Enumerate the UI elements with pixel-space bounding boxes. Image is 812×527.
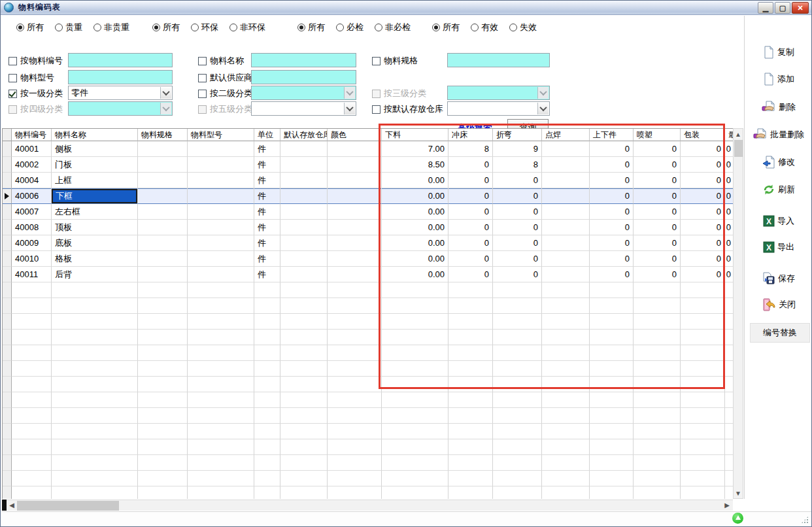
radio-environment-非环保[interactable]: 非环保 bbox=[229, 22, 265, 33]
cell-40007-4[interactable] bbox=[188, 204, 254, 220]
cell-40009-15[interactable]: 0 bbox=[725, 235, 733, 251]
cell-40011-2[interactable]: 后背 bbox=[52, 267, 138, 282]
toolbar-button-export[interactable]: X导出 bbox=[745, 239, 812, 255]
table-row-40008[interactable]: 40008顶板件0.00000000 bbox=[3, 220, 733, 235]
filter-input-material-model[interactable] bbox=[68, 70, 173, 84]
cell-40008-1[interactable]: 40008 bbox=[12, 220, 52, 235]
cell-40011-13[interactable]: 0 bbox=[634, 267, 681, 282]
material-table[interactable]: 物料编号物料名称物料规格物料型号单位默认存放仓库颜色下料冲床折弯点焊上下件喷塑包… bbox=[2, 128, 733, 499]
horizontal-scroll-thumb[interactable] bbox=[17, 501, 119, 511]
cell-40010-11[interactable] bbox=[542, 251, 590, 267]
filter-checkbox-material-model[interactable]: 物料型号 bbox=[8, 72, 54, 84]
cell-40010-14[interactable]: 0 bbox=[681, 251, 725, 267]
cell-40001-1[interactable]: 40001 bbox=[12, 141, 52, 157]
filter-input-material-code[interactable] bbox=[71, 54, 172, 67]
cell-40008-3[interactable] bbox=[138, 220, 188, 235]
cell-40007-15[interactable]: 0 bbox=[725, 204, 733, 220]
table-row-40007[interactable]: 40007左右框件0.00000000 bbox=[3, 204, 733, 220]
cell-40008-7[interactable] bbox=[328, 220, 382, 235]
row-gutter[interactable] bbox=[3, 235, 12, 251]
filter-input-material-code[interactable] bbox=[68, 53, 173, 67]
radio-circle-icon[interactable] bbox=[297, 24, 305, 31]
radio-environment-所有[interactable]: 所有 bbox=[152, 22, 180, 33]
cell-40002-8[interactable]: 8.50 bbox=[382, 157, 448, 173]
cell-40001-2[interactable]: 侧板 bbox=[52, 141, 138, 157]
radio-inspection-必检[interactable]: 必检 bbox=[336, 22, 364, 33]
empty-row[interactable] bbox=[3, 377, 733, 392]
cell-40010-2[interactable]: 格板 bbox=[52, 251, 138, 267]
cell-40010-10[interactable]: 0 bbox=[493, 251, 542, 267]
cell-40011-12[interactable]: 0 bbox=[590, 267, 634, 282]
checkbox-icon[interactable] bbox=[372, 105, 381, 114]
chevron-down-icon[interactable] bbox=[160, 103, 171, 114]
filter-checkbox-material-name[interactable]: 物料名称 bbox=[198, 55, 244, 67]
cell-40002-9[interactable]: 0 bbox=[448, 157, 493, 173]
cell-40002-14[interactable]: 0 bbox=[681, 157, 725, 173]
cell-40010-3[interactable] bbox=[138, 251, 188, 267]
column-header-10[interactable]: 折弯 bbox=[493, 129, 542, 141]
cell-40011-6[interactable] bbox=[280, 267, 328, 282]
radio-circle-icon[interactable] bbox=[229, 24, 237, 31]
toolbar-button-batch-delete[interactable]: 批量删除 bbox=[745, 127, 812, 143]
cell-40007-14[interactable]: 0 bbox=[681, 204, 725, 220]
cell-40009-11[interactable] bbox=[542, 235, 590, 251]
column-header-14[interactable]: 包装 bbox=[681, 129, 725, 141]
cell-40011-1[interactable]: 40011 bbox=[12, 267, 52, 282]
cell-40008-15[interactable]: 0 bbox=[725, 220, 733, 235]
cell-40009-3[interactable] bbox=[138, 235, 188, 251]
filter-checkbox-category-4[interactable]: 按四级分类 bbox=[8, 103, 63, 115]
row-gutter[interactable] bbox=[3, 141, 12, 157]
cell-40008-2[interactable]: 顶板 bbox=[52, 220, 138, 235]
checkbox-icon[interactable] bbox=[372, 57, 381, 65]
table-row-40004[interactable]: 40004上框件0.00000000 bbox=[3, 173, 733, 188]
toolbar-button-import[interactable]: X导入 bbox=[745, 213, 812, 229]
cell-40010-15[interactable]: 0 bbox=[725, 251, 733, 267]
cell-40011-7[interactable] bbox=[328, 267, 382, 282]
column-header-12[interactable]: 上下件 bbox=[590, 129, 634, 141]
chevron-down-icon[interactable] bbox=[344, 87, 355, 99]
column-header-3[interactable]: 物料规格 bbox=[138, 129, 188, 141]
filter-checkbox-default-warehouse[interactable]: 按默认存放仓库 bbox=[372, 103, 443, 115]
radio-circle-icon[interactable] bbox=[191, 24, 199, 31]
cell-40009-10[interactable]: 0 bbox=[493, 235, 542, 251]
table-row-40009[interactable]: 40009底板件0.00000000 bbox=[3, 235, 733, 251]
column-header-6[interactable]: 默认存放仓库 bbox=[280, 129, 328, 141]
empty-row[interactable] bbox=[3, 345, 733, 361]
cell-40009-6[interactable] bbox=[280, 235, 328, 251]
toolbar-button-refresh[interactable]: 刷新 bbox=[745, 182, 812, 197]
cell-40001-11[interactable] bbox=[542, 141, 590, 157]
cell-40007-1[interactable]: 40007 bbox=[12, 204, 52, 220]
cell-40007-3[interactable] bbox=[138, 204, 188, 220]
cell-40011-3[interactable] bbox=[138, 267, 188, 282]
checkbox-icon[interactable] bbox=[198, 57, 207, 65]
cell-40004-3[interactable] bbox=[138, 173, 188, 188]
column-header-9[interactable]: 冲床 bbox=[448, 129, 493, 141]
cell-40006-3[interactable] bbox=[138, 188, 188, 204]
filter-input-default-supplier[interactable] bbox=[254, 71, 356, 84]
row-gutter[interactable] bbox=[3, 267, 12, 282]
cell-40007-5[interactable]: 件 bbox=[254, 204, 280, 220]
filter-input-material-name[interactable] bbox=[251, 53, 356, 67]
cell-40010-5[interactable]: 件 bbox=[254, 251, 280, 267]
cell-40004-8[interactable]: 0.00 bbox=[382, 173, 448, 188]
maximize-button[interactable]: ▢ bbox=[775, 2, 790, 14]
cell-40004-4[interactable] bbox=[188, 173, 254, 188]
cell-40006-5[interactable]: 件 bbox=[254, 188, 280, 204]
cell-40008-8[interactable]: 0.00 bbox=[382, 220, 448, 235]
radio-circle-icon[interactable] bbox=[93, 24, 101, 31]
cell-40002-3[interactable] bbox=[138, 157, 188, 173]
row-gutter[interactable] bbox=[3, 220, 12, 235]
cell-40004-11[interactable] bbox=[542, 173, 590, 188]
title-bar[interactable]: 物料编码表 ▁ ▢ ✕ bbox=[1, 1, 811, 15]
column-header-4[interactable]: 物料型号 bbox=[188, 129, 254, 141]
scroll-up-icon[interactable]: ▲ bbox=[734, 129, 743, 139]
radio-precious-非贵重[interactable]: 非贵重 bbox=[93, 22, 129, 33]
empty-row[interactable] bbox=[3, 330, 733, 345]
empty-row[interactable] bbox=[3, 392, 733, 408]
cell-40007-8[interactable]: 0.00 bbox=[382, 204, 448, 220]
empty-row[interactable] bbox=[3, 439, 733, 455]
sync-status-icon[interactable] bbox=[732, 513, 743, 524]
filter-select-category-1[interactable]: 零件 bbox=[68, 86, 173, 100]
cell-40004-1[interactable]: 40004 bbox=[12, 173, 52, 188]
cell-40001-15[interactable]: 0 bbox=[725, 141, 733, 157]
